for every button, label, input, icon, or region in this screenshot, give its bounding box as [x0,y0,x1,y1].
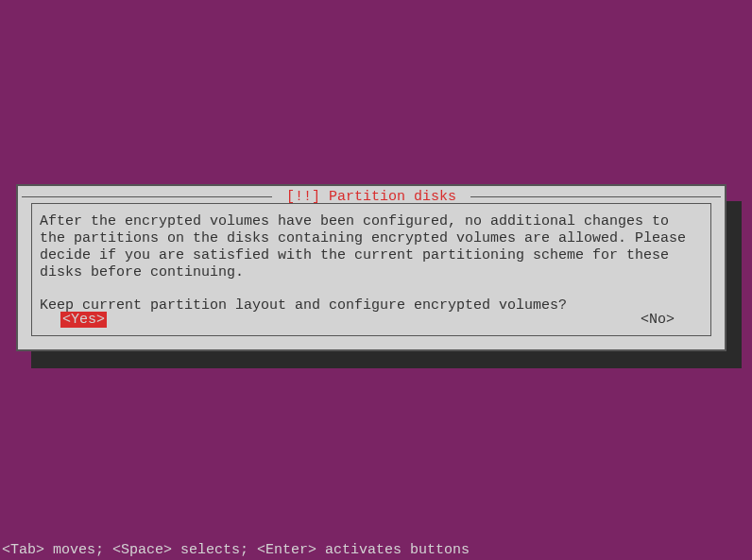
dialog-title: [!!] Partition disks [276,189,467,205]
dialog-paragraph-1: After the encrypted volumes have been co… [40,213,703,281]
help-bar: <Tab> moves; <Space> selects; <Enter> ac… [2,542,470,558]
title-line-right [470,196,721,197]
dialog-body: After the encrypted volumes have been co… [31,203,711,336]
yes-button[interactable]: <Yes> [60,312,107,328]
dialog-button-row: <Yes> <No> [40,312,703,328]
title-line-left [22,196,272,197]
no-button[interactable]: <No> [641,312,675,328]
dialog-window: [!!] Partition disks After the encrypted… [16,184,726,351]
